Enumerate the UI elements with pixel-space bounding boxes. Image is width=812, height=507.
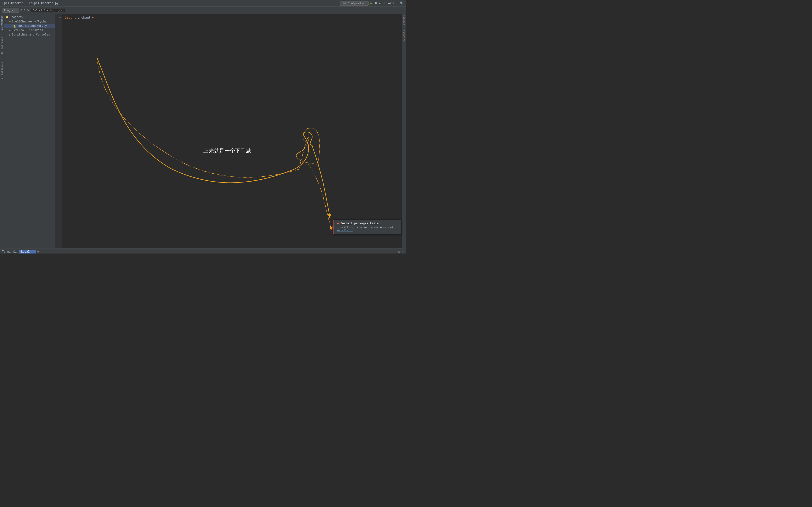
annotation-text: 上来就是一个下马威	[203, 148, 251, 154]
tree-item-enspellchecker[interactable]: 🐍 EnSpellChecker.py	[4, 24, 55, 28]
run-button[interactable]: ▶	[370, 1, 372, 5]
tab-project[interactable]: 1: Project	[1, 15, 3, 30]
bottom-panel: Terminal: Local × + ⚙ − The default inte…	[0, 248, 406, 253]
titlebar-left: SpellChecker | EnSpellChecker.py	[2, 2, 58, 5]
ext-libs-icon: ▶	[9, 29, 11, 32]
terminal-settings-icon[interactable]: ⚙	[398, 249, 400, 253]
notification-popup: ● Install packages failed Installing pac…	[334, 220, 401, 234]
module-enchant: enchant	[78, 16, 91, 19]
terminal-minimize-icon[interactable]: −	[402, 250, 404, 254]
file-tab-label: EnSpellChecker.py	[33, 9, 60, 12]
main-layout: 1: Project 2: Favorites Z: Structure 📁 P…	[0, 14, 406, 248]
notification-error-icon: ●	[337, 222, 339, 225]
annotation-svg: 上来就是一个下马威	[55, 14, 402, 248]
arrowhead-down	[327, 214, 331, 218]
tree-item-spellchecker[interactable]: ▼ SpellChecker ~/Pychar	[4, 19, 55, 24]
tree-item-external-libs[interactable]: ▶ External Libraries	[4, 28, 55, 33]
terminal-label: Terminal:	[2, 250, 18, 253]
right-sidebar: SciView Database	[402, 14, 406, 248]
file-tab-close[interactable]: ×	[61, 9, 63, 12]
terminal-tab-close[interactable]: ×	[33, 250, 34, 253]
terminal-add-tab-button[interactable]: +	[37, 250, 40, 254]
project-tree: 📁 Project▾ ▼ SpellChecker ~/Pychar 🐍 EnS…	[4, 14, 55, 248]
tab-structure[interactable]: Z: Structure	[1, 62, 3, 79]
search-everywhere-icon[interactable]: 🔍	[400, 1, 404, 5]
sync-icon[interactable]: ⚙	[20, 8, 22, 12]
folder-project-icon: 📁	[5, 16, 9, 19]
tree-item-scratches[interactable]: ▶ Scratches and Consoles	[4, 33, 55, 37]
line-number-1: 1	[59, 15, 61, 18]
pause-icon[interactable]: ⏸	[383, 1, 386, 5]
main-curve	[97, 57, 312, 183]
editor-content[interactable]: import enchant ●	[62, 15, 402, 20]
step-in-icon[interactable]: ↓	[393, 2, 394, 5]
keyword-import: import	[65, 16, 76, 19]
line-numbers: 1	[55, 14, 62, 248]
scratches-icon: ▶	[9, 33, 11, 37]
notification-body: Installing packages: error occurred. Det…	[337, 226, 398, 232]
stop-icon[interactable]: ⏹	[374, 1, 377, 5]
titlebar-separator: |	[25, 2, 27, 5]
error-dot: ●	[92, 16, 94, 19]
arrow-down	[312, 145, 329, 215]
vertical-tab-strip: 1: Project 2: Favorites Z: Structure	[0, 14, 4, 248]
app-name: SpellChecker	[2, 2, 23, 5]
notification-title: ● Install packages failed	[337, 222, 398, 225]
terminal-tab-local[interactable]: Local ×	[18, 249, 36, 254]
py-file-icon: 🐍	[13, 24, 16, 28]
tab-favorites[interactable]: 2: Favorites	[1, 37, 3, 55]
folder-spellchecker-icon: ▼	[9, 20, 11, 23]
arrow-tail	[308, 164, 333, 229]
notification-details-link[interactable]: Details...	[337, 229, 353, 232]
tree-item-project-header[interactable]: 📁 Project▾	[4, 15, 55, 19]
titlebar-right: Add Configuration... ▶ ⏹ ↺ ⏸ ⏭ ↓ ↑ 🔍	[340, 1, 404, 6]
project-label: Project▾	[4, 9, 17, 12]
sciview-label[interactable]: SciView	[403, 15, 405, 25]
curved-arrow-path	[97, 57, 319, 177]
database-label[interactable]: Database	[403, 30, 405, 42]
settings-icon[interactable]: ⚙	[27, 8, 29, 12]
code-line-1: import enchant ●	[65, 15, 402, 20]
step-out-icon[interactable]: ↑	[396, 2, 398, 5]
editor-area: 1 import enchant ●	[55, 14, 402, 248]
terminal-tab-label: Local	[21, 250, 30, 253]
arrowhead	[329, 227, 333, 230]
notification-body-text: Installing packages: error occurred.	[337, 226, 395, 229]
step-over-icon[interactable]: ⏭	[388, 1, 391, 5]
tree-label-scratches: Scratches and Consoles	[12, 33, 50, 37]
tree-label-spellchecker: SpellChecker ~/Pychar	[12, 20, 48, 23]
tree-label-external-libs: External Libraries	[12, 29, 43, 32]
tree-label-enspellchecker: EnSpellChecker.py	[17, 24, 47, 28]
titlebar-filename: EnSpellChecker.py	[29, 2, 58, 5]
collapse-icon[interactable]: ≡	[24, 9, 26, 12]
titlebar: SpellChecker | EnSpellChecker.py Add Con…	[0, 0, 406, 7]
add-configuration-button[interactable]: Add Configuration...	[340, 1, 368, 6]
bottom-panel-tabs: Terminal: Local × + ⚙ −	[0, 248, 406, 253]
main-toolbar: Project▾ ⚙ ≡ ⚙ EnSpellChecker.py ×	[0, 7, 406, 14]
file-tab-enspellchecker[interactable]: EnSpellChecker.py ×	[30, 8, 65, 12]
notification-title-text: Install packages failed	[340, 222, 380, 225]
reload-icon[interactable]: ↺	[379, 1, 381, 5]
project-dropdown[interactable]: Project▾	[2, 8, 19, 12]
bottom-panel-right-controls: ⚙ −	[398, 249, 404, 253]
tree-label-project: Project▾	[10, 15, 24, 19]
